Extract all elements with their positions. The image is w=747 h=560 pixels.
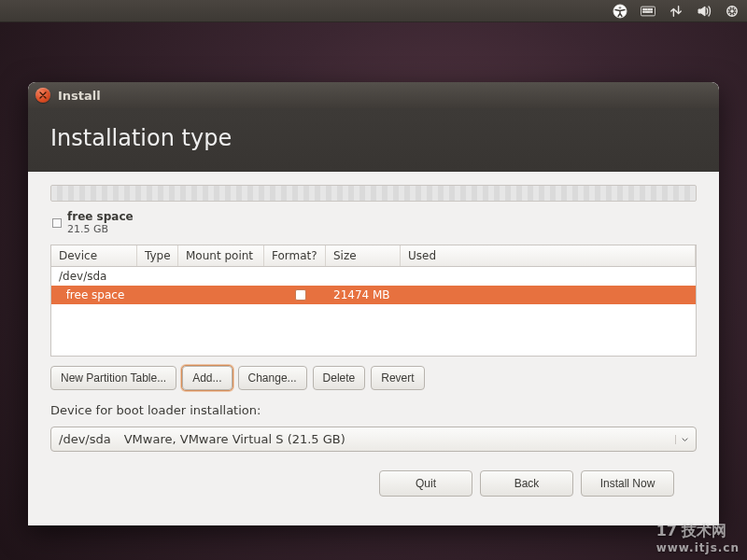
page-heading: Installation type [28, 108, 719, 172]
legend-name: free space [67, 211, 134, 224]
cell-format [270, 289, 331, 301]
th-used[interactable]: Used [401, 245, 696, 266]
window-title: Install [58, 89, 101, 103]
bootloader-select[interactable]: /dev/sda VMware, VMware Virtual S (21.5 … [50, 427, 697, 452]
titlebar: Install [28, 82, 719, 108]
cell-disk-device: /dev/sda [57, 270, 143, 283]
partition-table[interactable]: Device Type Mount point Format? Size Use… [50, 245, 697, 357]
close-icon[interactable] [35, 88, 50, 103]
svg-rect-5 [648, 8, 650, 9]
chevron-down-icon [675, 435, 688, 444]
install-now-button[interactable]: Install Now [581, 470, 674, 497]
svg-rect-6 [651, 8, 653, 9]
svg-point-1 [619, 6, 622, 8]
svg-rect-4 [645, 8, 647, 9]
watermark: 17 技术网 www.itjs.cn [656, 522, 740, 554]
format-checkbox[interactable] [295, 289, 306, 301]
disk-legend: free space 21.5 GB [50, 211, 697, 235]
bootloader-label: Device for boot loader installation: [50, 399, 697, 417]
cell-device: free space [57, 288, 143, 301]
table-header: Device Type Mount point Format? Size Use… [51, 245, 696, 267]
accessibility-icon[interactable] [613, 4, 627, 19]
change-button[interactable]: Change... [238, 366, 307, 390]
th-type[interactable]: Type [137, 245, 178, 266]
cell-size: 21474 MB [331, 288, 406, 301]
new-partition-table-button[interactable]: New Partition Table... [50, 366, 176, 390]
revert-button[interactable]: Revert [371, 366, 424, 390]
network-icon[interactable] [669, 4, 684, 19]
disk-usage-bar[interactable] [50, 185, 697, 202]
table-row-selected[interactable]: free space 21474 MB [51, 286, 696, 304]
svg-rect-3 [643, 8, 645, 9]
partition-buttons: New Partition Table... Add... Change... … [50, 366, 697, 390]
svg-point-11 [731, 9, 734, 12]
delete-button[interactable]: Delete [313, 366, 366, 390]
svg-rect-7 [643, 11, 645, 12]
bootloader-desc: VMware, VMware Virtual S (21.5 GB) [124, 432, 345, 446]
footer-buttons: Quit Back Install Now [50, 461, 697, 497]
keyboard-icon[interactable] [641, 4, 655, 19]
th-format[interactable]: Format? [264, 245, 326, 266]
legend-size: 21.5 GB [67, 224, 134, 236]
svg-rect-8 [645, 11, 649, 12]
th-size[interactable]: Size [326, 245, 401, 266]
content-area: free space 21.5 GB Device Type Mount poi… [28, 172, 719, 525]
quit-button[interactable]: Quit [379, 470, 472, 497]
top-panel [0, 0, 747, 22]
watermark-line2: www.itjs.cn [656, 541, 740, 554]
power-icon[interactable] [725, 4, 740, 19]
bootloader-device: /dev/sda [59, 432, 111, 446]
th-mount[interactable]: Mount point [178, 245, 264, 266]
legend-swatch [52, 218, 62, 228]
add-button[interactable]: Add... [182, 366, 232, 390]
table-row-disk[interactable]: /dev/sda [51, 267, 696, 286]
installer-window: Install Installation type free space 21.… [28, 82, 719, 525]
th-device[interactable]: Device [51, 245, 137, 266]
back-button[interactable]: Back [480, 470, 573, 497]
svg-rect-9 [651, 11, 653, 12]
volume-icon[interactable] [697, 4, 712, 19]
